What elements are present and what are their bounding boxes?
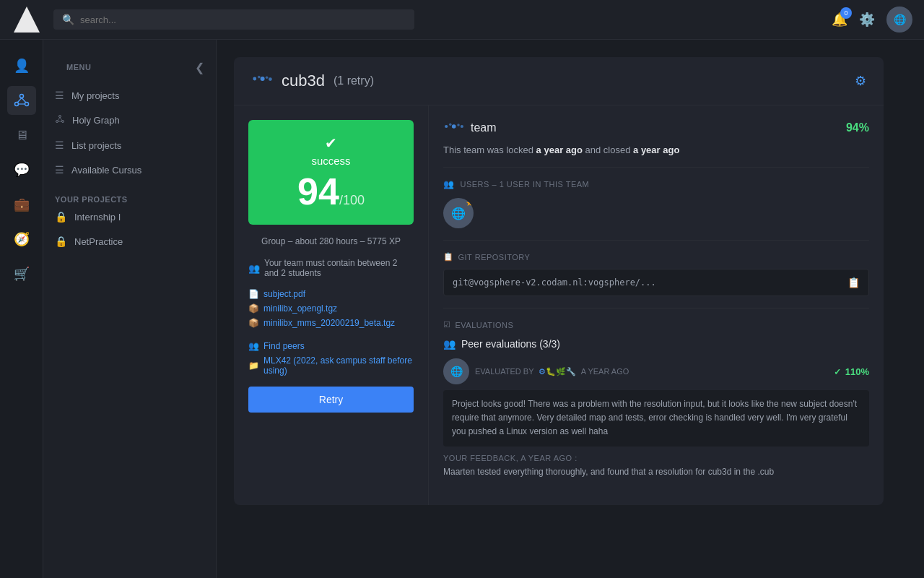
team-bug-icon: [443, 120, 463, 136]
notification-button[interactable]: 🔔 0: [832, 12, 847, 27]
project-retry-badge: (1 retry): [334, 74, 374, 87]
eval-score-icon: ✓: [834, 367, 841, 377]
tgz-icon-1: 📦: [248, 303, 259, 314]
mlx42-link[interactable]: 📁 MLX42 (2022, ask campus staff before u…: [248, 353, 414, 378]
project-score-max: /100: [339, 193, 365, 207]
svg-point-16: [266, 76, 269, 79]
svg-point-14: [258, 76, 261, 79]
success-check-icon: ✔: [263, 134, 399, 152]
search-icon: 🔍: [62, 14, 74, 25]
action-links: 👥 Find peers 📁 MLX42 (2022, ask campus s…: [248, 339, 414, 378]
menu-title: Menu: [55, 57, 103, 77]
sidebar-item-available-cursus[interactable]: ☰ Available Cursus: [43, 158, 216, 182]
team-req-icon: 👥: [248, 263, 260, 274]
team-locked-text: This team was locked a year ago and clos…: [443, 144, 869, 155]
file-name-pdf: subject.pdf: [263, 289, 305, 299]
find-peers-icon: 👥: [248, 341, 259, 351]
team-label: team: [443, 120, 497, 136]
file-list: 📄 subject.pdf 📦 minilibx_opengl.tgz 📦 mi…: [248, 287, 414, 330]
mlx42-icon: 📁: [248, 361, 259, 371]
svg-point-3: [25, 103, 28, 106]
svg-point-7: [59, 116, 61, 118]
main-layout: 👤 🖥 💬 💼 🧭 🛒 Menu ❮ ☰ My projects: [0, 40, 924, 578]
retry-button[interactable]: Retry: [248, 387, 414, 413]
search-bar[interactable]: 🔍: [53, 9, 414, 30]
user-avatar-top[interactable]: 🌐: [886, 7, 912, 33]
nav-sidebar: Menu ❮ ☰ My projects Holy Graph ☰ L: [43, 40, 217, 578]
eval-meta: EVALUATED BY ⚙🐛🌿🔧 A YEAR AGO: [475, 367, 629, 376]
svg-point-9: [62, 121, 64, 123]
left-panel: ✔ success 94/100 Group – about 280 hours…: [234, 105, 429, 505]
svg-point-2: [14, 103, 18, 106]
svg-point-20: [452, 124, 456, 129]
sidebar-icon-compass[interactable]: 🧭: [7, 225, 36, 254]
project-header: cub3d (1 retry) ⚙: [234, 57, 884, 105]
eval-check-icon: ☑: [443, 320, 451, 329]
file-name-mms: minilibx_mms_20200219_beta.tgz: [263, 318, 395, 328]
sidebar-icon-user[interactable]: 👤: [7, 51, 36, 80]
sidebar-item-my-projects[interactable]: ☰ My projects: [43, 83, 216, 108]
svg-point-8: [56, 121, 58, 123]
divider-1: [443, 167, 869, 168]
sidebar-item-list-projects[interactable]: ☰ List projects: [43, 133, 216, 158]
git-url-box: git@vogsphere-v2.codam.nl:vogsphere/... …: [443, 269, 869, 296]
git-section-title: 📋 GIT REPOSITORY: [443, 252, 869, 262]
file-item-pdf[interactable]: 📄 subject.pdf: [248, 287, 414, 301]
sidebar-icon-cart[interactable]: 🛒: [7, 259, 36, 288]
your-projects-title: Your projects: [43, 189, 139, 210]
team-req-text: Your team must contain between 2 and 2 s…: [264, 258, 414, 278]
sidebar-icon-graph[interactable]: [7, 86, 36, 115]
settings-icon[interactable]: ⚙️: [859, 12, 875, 27]
mlx42-label: MLX42 (2022, ask campus staff before usi…: [263, 355, 414, 376]
find-peers-link[interactable]: 👥 Find peers: [248, 339, 414, 353]
internship-lock-icon: 🔒: [55, 211, 67, 223]
logo[interactable]: [12, 7, 42, 33]
search-input[interactable]: [80, 14, 406, 25]
available-cursus-icon: ☰: [55, 164, 64, 176]
eval-section-title: ☑ EVALUATIONS: [443, 320, 869, 329]
svg-line-4: [17, 98, 22, 103]
project-settings-button[interactable]: ⚙: [855, 73, 866, 89]
sidebar-item-label-internship: Internship I: [74, 212, 121, 223]
netpractice-lock-icon: 🔒: [55, 236, 67, 247]
sidebar-item-netpractice[interactable]: 🔒 NetPractice: [43, 229, 216, 254]
peer-eval-icon: 👥: [443, 338, 456, 350]
eval-user-row: 🌐 EVALUATED BY ⚙🐛🌿🔧 A YEAR AGO: [443, 358, 629, 384]
eval-card-header: 🌐 EVALUATED BY ⚙🐛🌿🔧 A YEAR AGO: [443, 358, 869, 384]
sidebar-item-label-available-cursus: Available Cursus: [71, 165, 141, 176]
sidebar-collapse-button[interactable]: ❮: [195, 61, 204, 74]
sidebar-icon-briefcase[interactable]: 💼: [7, 190, 36, 219]
project-score: 94: [297, 171, 339, 212]
topnav: 🔍 🔔 0 ⚙️ 🌐: [0, 0, 924, 40]
sidebar-icon-chat[interactable]: 💬: [7, 155, 36, 184]
project-meta: Group – about 280 hours – 5775 XP: [248, 236, 414, 246]
users-count-label: USERS – 1 USER IN THIS TEAM: [461, 180, 590, 189]
svg-marker-0: [14, 7, 40, 33]
team-percent: 94%: [846, 121, 869, 134]
file-item-opengl[interactable]: 📦 minilibx_opengl.tgz: [248, 301, 414, 316]
sidebar-menu-header: Menu ❮: [43, 51, 216, 83]
notification-badge: 0: [840, 7, 852, 19]
sidebar-item-label-my-projects: My projects: [71, 90, 119, 101]
project-title: cub3d: [282, 72, 325, 90]
sidebar-icon-screen[interactable]: 🖥: [7, 121, 36, 150]
user-avatar-1[interactable]: 🌐 ★: [443, 198, 474, 228]
tgz-icon-2: 📦: [248, 318, 259, 328]
peer-eval-header: 👥 Peer evaluations (3/3): [443, 338, 869, 350]
svg-point-15: [261, 77, 265, 81]
find-peers-label: Find peers: [263, 341, 305, 351]
svg-point-19: [449, 123, 452, 126]
your-feedback-label: YOUR FEEDBACK, A YEAR AGO :: [443, 454, 869, 462]
score-display: 94/100: [263, 173, 399, 210]
eval-card-1: 🌐 EVALUATED BY ⚙🐛🌿🔧 A YEAR AGO: [443, 358, 869, 479]
list-projects-icon: ☰: [55, 139, 64, 151]
git-copy-button[interactable]: 📋: [847, 277, 860, 288]
svg-point-18: [445, 125, 448, 128]
eval-avatar[interactable]: 🌐: [443, 358, 469, 384]
team-name: team: [471, 121, 497, 134]
svg-line-11: [60, 118, 62, 121]
file-item-mms[interactable]: 📦 minilibx_mms_20200219_beta.tgz: [248, 316, 414, 330]
my-projects-icon: ☰: [55, 90, 64, 101]
evaluations-section: ☑ EVALUATIONS 👥 Peer evaluations (3/3) �: [443, 320, 869, 479]
sidebar-item-holy-graph[interactable]: Holy Graph: [43, 108, 216, 133]
